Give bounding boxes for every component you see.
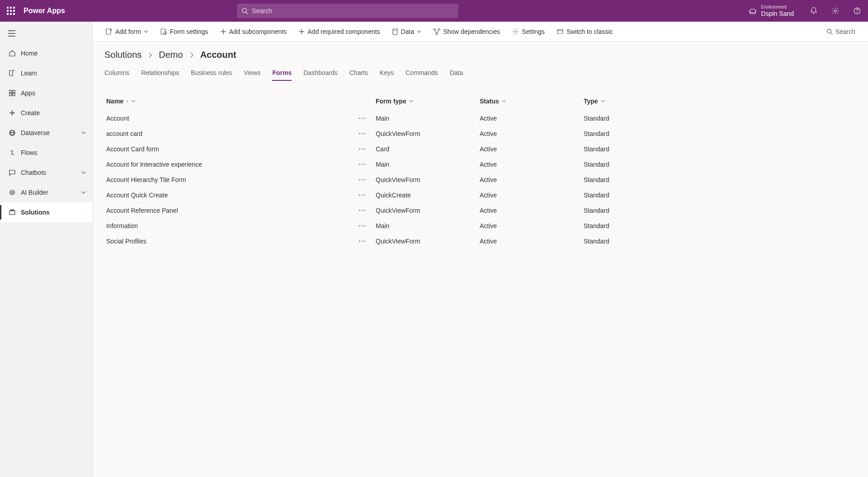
globe-icon xyxy=(6,129,18,136)
svg-point-0 xyxy=(242,8,247,13)
svg-rect-11 xyxy=(13,94,15,96)
entity-tabs: ColumnsRelationshipsBusiness rulesViewsF… xyxy=(93,64,868,81)
row-more-button[interactable]: ··· xyxy=(359,222,367,229)
chevron-down-icon xyxy=(81,129,86,136)
table-row[interactable]: Information··· Main Active Standard xyxy=(104,218,856,234)
environment-label: Environment xyxy=(761,5,794,10)
show-dependencies-button[interactable]: Show dependencies xyxy=(429,23,505,40)
add-subcomponents-button[interactable]: Add subcomponents xyxy=(216,23,292,40)
tab-forms[interactable]: Forms xyxy=(272,66,292,81)
row-more-button[interactable]: ··· xyxy=(359,192,367,199)
tab-keys[interactable]: Keys xyxy=(380,66,394,81)
solutions-icon xyxy=(6,209,18,216)
row-type: Standard xyxy=(584,192,688,199)
nav-item-apps[interactable]: Apps xyxy=(0,83,92,103)
row-more-button[interactable]: ··· xyxy=(359,161,367,168)
settings-button[interactable] xyxy=(825,7,846,15)
waffle-button[interactable] xyxy=(0,7,22,15)
table-row[interactable]: Account Quick Create··· QuickCreate Acti… xyxy=(104,187,856,203)
tab-business-rules[interactable]: Business rules xyxy=(191,66,232,81)
table-row[interactable]: account card··· QuickViewForm Active Sta… xyxy=(104,126,856,141)
row-formtype: QuickViewForm xyxy=(376,238,480,245)
nav-item-solutions[interactable]: Solutions xyxy=(0,202,92,222)
nav-item-dataverse[interactable]: Dataverse xyxy=(0,123,92,143)
svg-point-30 xyxy=(393,28,397,30)
svg-line-40 xyxy=(830,33,832,34)
row-name: Social Profiles xyxy=(106,238,146,245)
row-type: Standard xyxy=(584,176,688,183)
nav-item-ai-builder[interactable]: AI Builder xyxy=(0,182,92,202)
table-row[interactable]: Account··· Main Active Standard xyxy=(104,111,856,126)
table-row[interactable]: Account Reference Panel··· QuickViewForm… xyxy=(104,203,856,218)
table-row[interactable]: Social Profiles··· QuickViewForm Active … xyxy=(104,234,856,249)
row-type: Standard xyxy=(584,115,688,122)
row-formtype: Main xyxy=(376,222,480,229)
tab-views[interactable]: Views xyxy=(244,66,260,81)
row-status: Active xyxy=(480,115,584,122)
gear-icon xyxy=(831,7,840,15)
row-more-button[interactable]: ··· xyxy=(359,145,367,153)
row-more-button[interactable]: ··· xyxy=(359,176,367,183)
chevron-down-icon xyxy=(131,98,136,105)
nav-collapse-button[interactable] xyxy=(0,23,92,43)
notifications-button[interactable] xyxy=(803,7,825,15)
breadcrumb-demo[interactable]: Demo xyxy=(159,50,183,60)
nav-item-learn[interactable]: Learn xyxy=(0,63,92,83)
row-formtype: QuickViewForm xyxy=(376,130,480,137)
column-header-formtype[interactable]: Form type xyxy=(376,98,480,105)
add-required-button[interactable]: Add required components xyxy=(294,23,384,40)
row-more-button[interactable]: ··· xyxy=(359,130,367,137)
svg-point-31 xyxy=(434,28,435,30)
nav-item-flows[interactable]: Flows xyxy=(0,143,92,163)
help-button[interactable] xyxy=(846,7,868,15)
tab-columns[interactable]: Columns xyxy=(104,66,129,81)
table-row[interactable]: Account for Interactive experience··· Ma… xyxy=(104,157,856,172)
row-name: Account Hierarchy Tile Form xyxy=(106,176,186,183)
form-settings-button[interactable]: Form settings xyxy=(156,23,213,40)
tab-data[interactable]: Data xyxy=(450,66,463,81)
environment-picker[interactable]: Environment Dspin Sand xyxy=(749,5,794,18)
commandbar-search[interactable]: Search xyxy=(822,23,860,40)
switch-classic-button[interactable]: Switch to classic xyxy=(552,23,618,40)
add-subcomponents-label: Add subcomponents xyxy=(229,28,287,35)
row-more-button[interactable]: ··· xyxy=(359,238,367,245)
row-more-button[interactable]: ··· xyxy=(359,115,367,122)
svg-point-25 xyxy=(164,32,166,34)
tab-relationships[interactable]: Relationships xyxy=(141,66,179,81)
svg-rect-10 xyxy=(9,94,12,96)
nav-item-label: Dataverse xyxy=(21,129,50,136)
tab-dashboards[interactable]: Dashboards xyxy=(303,66,338,81)
table-row[interactable]: Account Card form··· Card Active Standar… xyxy=(104,141,856,157)
svg-line-1 xyxy=(246,12,248,14)
settings-button-cmd[interactable]: Settings xyxy=(507,23,549,40)
chevron-down-icon xyxy=(417,29,421,34)
nav-item-create[interactable]: Create xyxy=(0,103,92,123)
svg-point-4 xyxy=(857,12,858,13)
grid-icon xyxy=(6,89,18,97)
tab-commands[interactable]: Commands xyxy=(406,66,438,81)
nav-item-home[interactable]: Home xyxy=(0,43,92,63)
row-more-button[interactable]: ··· xyxy=(359,207,367,214)
global-search-input[interactable] xyxy=(252,7,454,14)
breadcrumb: Solutions Demo Account xyxy=(93,42,868,64)
search-icon xyxy=(241,7,248,14)
add-form-label: Add form xyxy=(115,28,141,35)
row-type: Standard xyxy=(584,145,688,153)
tab-charts[interactable]: Charts xyxy=(349,66,368,81)
svg-line-34 xyxy=(435,30,436,33)
table-row[interactable]: Account Hierarchy Tile Form··· QuickView… xyxy=(104,172,856,187)
nav-item-chatbots[interactable]: Chatbots xyxy=(0,163,92,182)
svg-point-39 xyxy=(827,29,831,33)
column-type-label: Type xyxy=(584,98,598,105)
row-status: Active xyxy=(480,222,584,229)
add-form-button[interactable]: Add form xyxy=(101,23,153,40)
ai-icon xyxy=(6,189,18,196)
data-button[interactable]: Data xyxy=(387,23,426,40)
column-header-status[interactable]: Status xyxy=(480,98,584,105)
row-status: Active xyxy=(480,176,584,183)
global-search[interactable] xyxy=(237,4,458,18)
column-header-type[interactable]: Type xyxy=(584,98,688,105)
breadcrumb-solutions[interactable]: Solutions xyxy=(104,50,142,60)
column-header-name[interactable]: Name ↑ xyxy=(104,98,376,105)
home-icon xyxy=(6,50,18,57)
